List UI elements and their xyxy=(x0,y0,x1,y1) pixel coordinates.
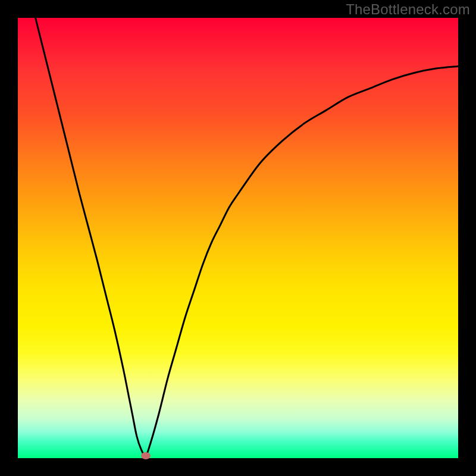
bottleneck-marker xyxy=(141,452,151,459)
plot-area xyxy=(18,18,458,458)
curve-svg xyxy=(18,18,458,458)
chart-frame: TheBottleneck.com xyxy=(0,0,476,476)
bottleneck-curve xyxy=(36,18,458,456)
watermark-text: TheBottleneck.com xyxy=(346,1,470,18)
